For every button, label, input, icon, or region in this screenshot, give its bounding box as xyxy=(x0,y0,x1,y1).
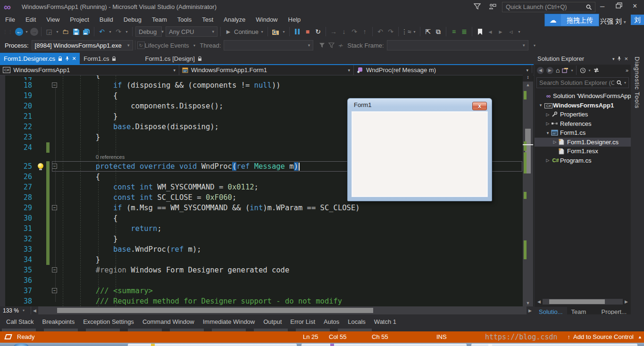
solution-platform-dropdown[interactable]: Any CPU ▾ xyxy=(166,26,217,37)
collapsed-arrow-icon[interactable]: ▷ xyxy=(552,140,558,144)
lifecycle-events-label[interactable]: Lifecycle Events xyxy=(145,42,189,49)
close-icon[interactable]: × xyxy=(624,55,628,62)
menu-item[interactable]: Build xyxy=(94,15,118,24)
process-dropdown[interactable]: [8984] WindowsFormsApp1.exe ▾ xyxy=(32,40,133,50)
menu-item[interactable]: Edit xyxy=(20,15,41,24)
undo-icon[interactable]: ↶ xyxy=(97,27,107,36)
restore-button[interactable] xyxy=(616,2,622,8)
minimize-button[interactable]: ─ xyxy=(600,3,604,10)
bookmark-prev-icon[interactable]: ◂ xyxy=(485,27,495,36)
stack-frame-dropdown[interactable]: ▾ xyxy=(387,40,528,50)
menu-item[interactable]: Window xyxy=(251,15,283,24)
bottom-panel-tab[interactable]: Immediate Window xyxy=(199,317,259,326)
stop-debugging-icon[interactable]: ■ xyxy=(303,27,312,36)
solution-explorer-hscrollbar[interactable]: ◀ ▶ xyxy=(535,298,631,305)
expanded-arrow-icon[interactable]: ▾ xyxy=(537,103,544,107)
notifications-flag-icon[interactable] xyxy=(474,3,481,10)
show-next-statement-icon[interactable]: → xyxy=(329,27,338,36)
expanded-arrow-icon[interactable]: ▾ xyxy=(544,131,551,135)
tab-form1-cs-design[interactable]: Form1.cs [Design] xyxy=(141,53,205,64)
bookmark-dropdown-icon[interactable]: ▾ xyxy=(517,27,522,36)
copy-parent-icon[interactable]: ⧉ xyxy=(434,27,443,36)
tree-item-program-cs[interactable]: ▷C#Program.cs xyxy=(535,156,631,165)
tree-item-form1-designer-cs[interactable]: ▷Form1.Designer.cs xyxy=(535,138,631,147)
bottom-panel-tab[interactable]: Locals xyxy=(343,317,370,326)
avatar[interactable]: 刘 xyxy=(631,15,644,25)
step-into-icon[interactable]: ↓ xyxy=(339,27,349,36)
scrollbar-thumb[interactable] xyxy=(549,299,605,304)
find-dropdown-icon[interactable]: ▾ xyxy=(281,27,286,36)
home-icon[interactable]: ⌂ xyxy=(556,66,560,74)
bookmark-icon[interactable] xyxy=(475,27,485,36)
scroll-left-icon[interactable]: ◀ xyxy=(535,299,543,304)
new-window-icon[interactable] xyxy=(562,67,569,73)
type-dropdown[interactable]: WindowsFormsApp1.Form1 ▾ xyxy=(179,65,354,75)
bottom-panel-tab[interactable]: Breakpoints xyxy=(38,317,79,326)
menu-item[interactable]: Help xyxy=(283,15,306,24)
pending-changes-filter-icon[interactable] xyxy=(580,67,586,74)
find-in-files-icon[interactable] xyxy=(271,27,280,36)
close-tab-icon[interactable]: × xyxy=(72,55,76,62)
thread-dropdown[interactable]: ▾ xyxy=(224,40,313,50)
quick-launch-input[interactable]: Quick Launch (Ctrl+Q) xyxy=(502,2,595,12)
taskbar-button[interactable] xyxy=(301,343,467,346)
flag-filter-current-icon[interactable] xyxy=(326,41,336,50)
redo-icon[interactable]: ↷ xyxy=(114,27,123,36)
scrollbar-track[interactable] xyxy=(543,299,623,305)
account-menu[interactable]: 兴强 刘 ▾ xyxy=(600,16,626,25)
new-project-icon[interactable]: ◲ xyxy=(44,27,54,36)
diagnostic-tools-vertical-tab[interactable]: Diagnostic Tools xyxy=(631,53,644,317)
select-container-icon[interactable]: ⇱ xyxy=(423,27,433,36)
undo-dropdown-icon[interactable]: ▾ xyxy=(108,27,113,36)
feedback-icon[interactable] xyxy=(489,3,496,10)
redo-dropdown-icon[interactable]: ▾ xyxy=(124,27,129,36)
continue-dropdown-icon[interactable]: ▾ xyxy=(259,27,265,36)
show-threads-icon[interactable]: ⋮≈ xyxy=(401,27,411,36)
search-icon[interactable] xyxy=(585,4,592,10)
close-button[interactable]: × xyxy=(633,2,637,10)
collapse-region-icon[interactable]: − xyxy=(52,82,57,88)
collapse-region-icon[interactable]: − xyxy=(52,288,57,293)
toolbar-overflow-icon[interactable]: ▾ xyxy=(532,41,537,50)
window-position-dropdown-icon[interactable]: ▾ xyxy=(612,57,615,61)
member-dropdown[interactable]: ✱ WndProc(ref Message m) ▾ xyxy=(354,65,532,75)
lifecycle-dropdown-icon[interactable]: ▾ xyxy=(192,41,197,50)
code-line-29[interactable]: 29−if (m.Msg == WM_SYSCOMMAND && (int)m.… xyxy=(0,203,534,213)
bottom-panel-tab[interactable]: Command Window xyxy=(138,317,199,326)
tree-item-windowsformsapp1[interactable]: ▾C#WindowsFormsApp1 xyxy=(535,101,631,110)
new-item-dropdown-icon[interactable]: ▾ xyxy=(55,27,60,36)
menu-item[interactable]: Tools xyxy=(172,15,197,24)
collapsed-arrow-icon[interactable]: ▷ xyxy=(544,158,551,163)
lifecycle-events-icon[interactable]: ↻ xyxy=(137,41,145,49)
scroll-left-icon[interactable]: ◀ xyxy=(31,308,38,313)
navigate-back-dropdown-icon[interactable]: ▾ xyxy=(24,27,29,36)
tree-item-properties[interactable]: ▷Properties xyxy=(535,110,631,119)
bookmark-next-icon[interactable]: ▸ xyxy=(496,27,505,36)
code-line-32[interactable]: 32} xyxy=(0,234,534,244)
collapsed-arrow-icon[interactable]: ▷ xyxy=(544,112,551,117)
nav-forward-disabled-icon[interactable]: ↷ xyxy=(386,27,395,36)
code-line-17[interactable]: 17{ xyxy=(0,75,534,80)
scrollbar-thumb[interactable] xyxy=(57,308,373,313)
indent-increase-icon[interactable]: ≣ xyxy=(460,27,469,36)
tree-item-form1-cs[interactable]: ▾Form1.cs xyxy=(535,128,631,138)
code-line-37[interactable]: 37−/// <summary> xyxy=(0,286,534,296)
add-to-source-control-button[interactable]: ↑ Add to Source Control xyxy=(568,333,634,340)
code-line-18[interactable]: 18−if (disposing && (components != null)… xyxy=(0,80,534,91)
editor-zoom-dropdown[interactable]: 133 % ▾ xyxy=(0,306,31,314)
collapse-region-icon[interactable]: − xyxy=(52,267,57,272)
flag-filter-icon[interactable] xyxy=(317,41,326,50)
code-line-33[interactable]: 33base.WndProc(ref m); xyxy=(0,244,534,255)
search-icon[interactable] xyxy=(616,80,622,86)
sync-with-active-document-icon[interactable] xyxy=(593,67,600,73)
code-line-34[interactable]: 34} xyxy=(0,255,534,265)
pin-icon[interactable] xyxy=(617,56,621,61)
code-line-38[interactable]: 38/// Required method for Designer suppo… xyxy=(0,296,534,306)
bottom-panel-tab[interactable]: Exception Settings xyxy=(79,317,138,326)
tree-item-references[interactable]: ▷References xyxy=(535,119,631,129)
nav-back-disabled-icon[interactable]: ↶ xyxy=(376,27,385,36)
tree-item-form1-resx[interactable]: Form1.resx xyxy=(535,147,631,156)
chevron-down-icon[interactable]: ▾ xyxy=(571,68,573,73)
chevron-down-icon[interactable]: ▾ xyxy=(624,81,626,85)
code-line-36[interactable]: 36 xyxy=(0,275,534,286)
